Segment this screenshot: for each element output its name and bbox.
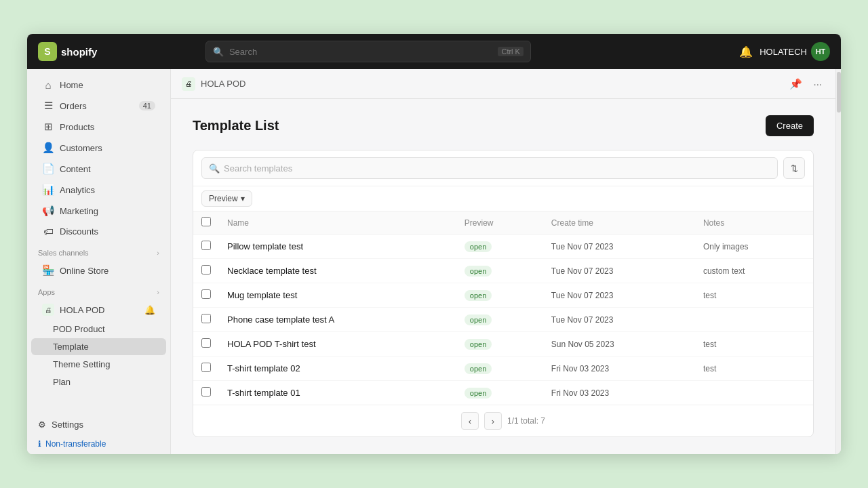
sidebar-label-hola-pod: HOLA POD: [60, 305, 104, 315]
row-checkbox-5[interactable]: [201, 363, 211, 372]
page-title: Template List: [193, 118, 279, 134]
sort-button[interactable]: ⇅: [783, 157, 805, 179]
table-row: T-shirt template 01 open Fri Nov 03 2023: [193, 381, 813, 405]
open-badge-4: open: [465, 339, 492, 350]
row-notes-1: custom text: [695, 259, 813, 283]
sidebar-item-analytics[interactable]: 📊 Analytics: [31, 180, 166, 200]
open-badge-0: open: [465, 241, 492, 252]
sidebar-label-orders: Orders: [60, 101, 87, 111]
table-row: Pillow template test open Tue Nov 07 202…: [193, 235, 813, 259]
row-preview-5: open: [456, 357, 543, 381]
topbar-right: 🔔 HOLATECH HT: [739, 42, 830, 61]
row-name-5: T-shirt template 02: [219, 357, 456, 381]
search-templates-icon: 🔍: [209, 163, 220, 174]
hola-pod-bell-icon[interactable]: 🔔: [144, 305, 155, 315]
breadcrumb: HOLA POD: [201, 79, 245, 89]
row-preview-1: open: [456, 259, 543, 283]
home-icon: ⌂: [42, 79, 54, 91]
sidebar-item-products[interactable]: ⊞ Products: [31, 117, 166, 137]
row-date-0: Tue Nov 07 2023: [543, 235, 695, 259]
user-badge: HOLATECH HT: [760, 42, 830, 61]
analytics-icon: 📊: [42, 184, 54, 196]
sidebar-label-online-store: Online Store: [60, 266, 108, 276]
sidebar-item-pod-product[interactable]: POD Product: [31, 321, 166, 338]
sidebar-item-settings[interactable]: ⚙ Settings: [27, 415, 170, 434]
sidebar-item-content[interactable]: 📄 Content: [31, 159, 166, 179]
sidebar-item-online-store[interactable]: 🏪 Online Store: [31, 260, 166, 281]
sidebar-label-analytics: Analytics: [60, 185, 95, 195]
global-search-bar[interactable]: 🔍 Ctrl K: [205, 41, 531, 62]
next-page-button[interactable]: ›: [484, 412, 502, 430]
row-date-4: Sun Nov 05 2023: [543, 332, 695, 357]
orders-icon: ☰: [42, 100, 54, 112]
sidebar: ⌂ Home ☰ Orders 41 ⊞ Products 👤 Customer…: [27, 69, 171, 454]
orders-badge: 41: [139, 101, 155, 110]
template-search-input[interactable]: [224, 163, 770, 174]
row-checkbox-2[interactable]: [201, 289, 211, 299]
sidebar-item-customers[interactable]: 👤 Customers: [31, 138, 166, 158]
row-notes-4: test: [695, 332, 813, 357]
row-checkbox-6[interactable]: [201, 387, 211, 396]
table-row: HOLA POD T-shirt test open Sun Nov 05 20…: [193, 332, 813, 357]
row-checkbox-0[interactable]: [201, 241, 211, 250]
row-notes-6: [695, 381, 813, 405]
scroll-thumb[interactable]: [837, 72, 841, 113]
pagination-info: 1/1 total: 7: [507, 416, 545, 426]
pin-icon[interactable]: 📌: [787, 75, 805, 93]
search-icon: 🔍: [213, 47, 224, 57]
sidebar-label-customers: Customers: [60, 143, 102, 153]
settings-icon: ⚙: [38, 420, 46, 430]
sidebar-item-home[interactable]: ⌂ Home: [31, 75, 166, 95]
sidebar-label-theme-setting: Theme Setting: [53, 359, 111, 369]
sidebar-nav: ⌂ Home ☰ Orders 41 ⊞ Products 👤 Customer…: [27, 69, 170, 396]
row-date-6: Fri Nov 03 2023: [543, 381, 695, 405]
row-date-5: Fri Nov 03 2023: [543, 357, 695, 381]
sidebar-item-plan[interactable]: Plan: [31, 373, 166, 390]
open-badge-1: open: [465, 266, 492, 277]
sidebar-item-hola-pod[interactable]: 🖨 HOLA POD 🔔: [31, 300, 166, 320]
sidebar-item-discounts[interactable]: 🏷 Discounts: [31, 222, 166, 241]
row-preview-2: open: [456, 283, 543, 308]
open-badge-6: open: [465, 388, 492, 399]
open-badge-2: open: [465, 290, 492, 301]
col-header-notes: Notes: [695, 211, 813, 235]
apps-expand-icon[interactable]: ›: [157, 288, 159, 296]
sidebar-label-pod-product: POD Product: [53, 324, 105, 334]
select-all-checkbox[interactable]: [201, 217, 211, 226]
global-search-input[interactable]: [229, 47, 493, 57]
sidebar-item-template[interactable]: Template: [31, 338, 166, 355]
template-search-wrap[interactable]: 🔍: [201, 157, 778, 179]
customers-icon: 👤: [42, 142, 54, 154]
sales-channels-expand-icon[interactable]: ›: [157, 249, 159, 257]
more-options-icon[interactable]: ···: [810, 75, 825, 92]
sidebar-item-orders[interactable]: ☰ Orders 41: [31, 96, 166, 116]
info-icon: ℹ: [38, 439, 41, 449]
prev-page-button[interactable]: ‹: [461, 412, 479, 430]
row-name-6: T-shirt template 01: [219, 381, 456, 405]
row-name-4: HOLA POD T-shirt test: [219, 332, 456, 357]
row-preview-4: open: [456, 332, 543, 357]
row-notes-0: Only images: [695, 235, 813, 259]
non-transferable-label: Non-transferable: [45, 439, 106, 449]
content-icon: 📄: [42, 163, 54, 175]
content-area: 🖨 HOLA POD 📌 ··· Template List Create 🔍: [171, 69, 835, 454]
row-checkbox-4[interactable]: [201, 338, 211, 348]
row-checkbox-3[interactable]: [201, 314, 211, 323]
sidebar-label-settings: Settings: [52, 420, 83, 430]
row-notes-2: test: [695, 283, 813, 308]
preview-filter-label: Preview: [209, 194, 238, 203]
col-header-create-time: Create time: [543, 211, 695, 235]
table-toolbar: 🔍 ⇅: [193, 150, 813, 186]
create-button[interactable]: Create: [766, 115, 814, 136]
table-row: Necklace template test open Tue Nov 07 2…: [193, 259, 813, 283]
notification-bell-icon[interactable]: 🔔: [739, 45, 753, 58]
sidebar-item-marketing[interactable]: 📢 Marketing: [31, 201, 166, 221]
row-checkbox-1[interactable]: [201, 265, 211, 274]
row-preview-6: open: [456, 381, 543, 405]
preview-filter-button[interactable]: Preview ▾: [201, 190, 252, 207]
row-preview-0: open: [456, 235, 543, 259]
shopify-logo-icon: S: [38, 42, 57, 61]
template-table: Name Preview Create time Notes Pillow te…: [193, 211, 813, 405]
sidebar-item-theme-setting[interactable]: Theme Setting: [31, 356, 166, 373]
sidebar-label-content: Content: [60, 164, 91, 174]
